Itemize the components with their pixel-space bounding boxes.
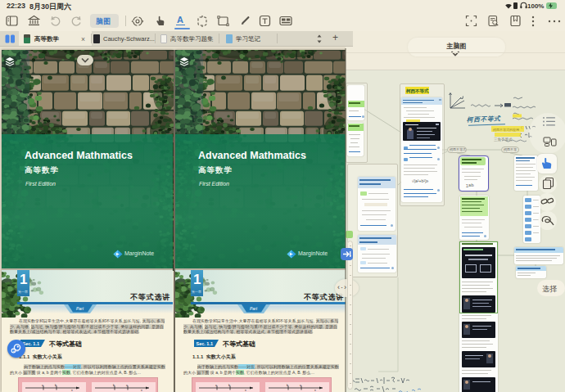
svg-text:x: x <box>141 389 142 392</box>
svg-text:b: b <box>287 384 288 387</box>
svg-text:a: a <box>126 384 128 387</box>
svg-text:a: a <box>215 384 217 387</box>
svg-text:a: a <box>300 384 301 387</box>
svg-text:x: x <box>71 389 73 392</box>
svg-text:Sec. 1.1: Sec. 1.1 <box>197 341 214 346</box>
svg-text:b: b <box>55 384 56 387</box>
svg-text:b: b <box>113 384 115 387</box>
svg-text:Part: Part <box>250 306 258 311</box>
svg-text:x: x <box>314 389 316 392</box>
svg-text:Sec. 1.1: Sec. 1.1 <box>23 341 40 346</box>
svg-text:b: b <box>228 384 230 387</box>
svg-text:Part: Part <box>76 306 84 311</box>
svg-text:a: a <box>42 384 43 387</box>
svg-text:x: x <box>245 389 246 392</box>
